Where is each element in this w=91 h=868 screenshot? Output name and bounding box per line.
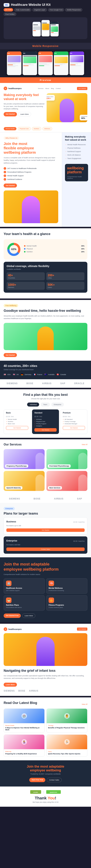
pf-line-3 — [8, 65, 13, 65]
pf-line-20 — [70, 65, 75, 65]
plan-btn-premium[interactable]: Get Started — [63, 426, 85, 430]
check-icon-2: ✓ — [4, 171, 6, 173]
enterprise-btn-2[interactable]: Contact Sales — [6, 548, 85, 551]
country-item-6: 🇨🇦 Canada — [57, 373, 66, 376]
coverage-item-2: 200+ Cities — [46, 272, 85, 280]
plan-btn-basic[interactable]: Get Started — [6, 426, 28, 430]
mock-phone-1 — [33, 22, 41, 36]
blog-image-1: 🏥 — [4, 709, 44, 723]
badge-customizable: Fully Customizable — [14, 8, 31, 11]
enterprise-heading: Plans for larger teams — [4, 512, 87, 516]
goodbye-cta-button[interactable]: Get Started — [4, 353, 17, 357]
header-title: Healthcare Website UI Kit — [11, 3, 87, 7]
pill-wellness[interactable]: Wellness — [42, 127, 52, 130]
nav-link-services[interactable]: Services — [38, 88, 43, 89]
pill-physical[interactable]: Physical Care — [18, 127, 31, 130]
pf-dot-5 — [39, 53, 40, 54]
mock-img-3 — [51, 26, 58, 32]
phone-frame-inner-1 — [7, 52, 22, 75]
right-panel-heading: Making everybody feel valued at work — [65, 135, 88, 142]
blog-card-2[interactable]: 💆 Therapy Benefits of Regular Physical T… — [47, 709, 87, 733]
blog-view-all[interactable]: View All — [82, 703, 87, 705]
footer-cta-primary[interactable]: Start Free Trial — [29, 778, 45, 782]
service-card-epworth[interactable]: Epworth Maternity — [4, 471, 44, 491]
service-card-pregnancy[interactable]: Pregnancy Physiotherapy — [4, 449, 44, 469]
countries-heading: 40 countries, 200+ cities — [4, 364, 87, 368]
pf-header-4 — [54, 52, 68, 55]
footer-cta-secondary[interactable]: Contact Sales — [47, 778, 62, 782]
mock-line-4 — [42, 23, 47, 23]
pf-line-6 — [23, 56, 36, 56]
nav-link-blog[interactable]: Blog — [51, 88, 54, 89]
blog-card-3[interactable]: 🤱 Maternity Preparing for a Healthy Birt… — [4, 735, 44, 757]
preview-label: Preview — [0, 77, 91, 83]
fc-label-satisfaction: Satisfaction — [81, 116, 87, 117]
plan-btn-standard[interactable]: Get Started — [34, 428, 57, 432]
pf-line-10 — [39, 63, 52, 63]
hero-heading: Making everybody feel valued at work — [4, 93, 44, 101]
blog-card-1[interactable]: 🏥 Mental Health 5 Ways to Improve Your M… — [4, 709, 44, 733]
plan-tab-enterprise[interactable]: Enterprise — [51, 403, 64, 406]
goodbye-section: Free Wellbeing Goodbye wasted time, hell… — [0, 300, 91, 361]
af-icon-mental: 🧠 — [49, 581, 54, 586]
grief-cta-button[interactable]: Learn More — [4, 683, 17, 687]
join-image — [4, 190, 58, 223]
blog-card-4[interactable]: 🏃 Injury Quick Recovery Tips After Sport… — [47, 735, 87, 757]
country-ca: Canada — [60, 374, 66, 375]
check-icon-1: ✓ — [4, 167, 6, 170]
grief-nav: H healthcarepro Get Started — [4, 627, 87, 631]
feature-item-3: ✓ Mental Health Support — [4, 175, 58, 177]
country-item-3: 🇩🇪 Germany — [21, 373, 31, 376]
pf-line-12 — [39, 65, 50, 65]
af-desc-4: Custom workout plans — [49, 607, 85, 608]
blog-image-3: 🤱 — [4, 735, 44, 749]
join-cta-button[interactable]: Get Started — [4, 184, 17, 188]
badge-pixel: Pixel Perfect — [4, 12, 16, 16]
svg-text:graphicriver: graphicriver — [50, 792, 57, 793]
blog-img-icon-1: 🏥 — [22, 713, 27, 719]
coverage-title: Global coverage, ultimate flexibility — [6, 265, 85, 268]
enterprise-btn-1[interactable]: Get Started — [6, 528, 85, 532]
badge-responsive: Mobile Responsive — [65, 8, 82, 11]
service-card-postnatal[interactable]: Post-Natal Physiotherapy — [47, 449, 87, 469]
grief-nav-cta[interactable]: Get Started — [77, 627, 87, 631]
feature-label-2: Personalized Wellness Programs — [7, 171, 31, 173]
pf-img-2 — [23, 57, 36, 63]
af-desc-2: Professional counseling — [49, 590, 85, 591]
hero-cta-secondary[interactable]: Learn More — [18, 112, 31, 116]
pill-mental[interactable]: Mental Health — [4, 127, 17, 130]
pf-content-2 — [23, 55, 37, 67]
hero-cta: Get Started Learn More — [4, 112, 44, 116]
check-prem-2: ✓ — [63, 421, 64, 422]
plan-features-premium: ✓ All Standard ✓ Family Coverage ✓ Dedic… — [63, 418, 85, 425]
logos-row-2: SIEMENS BOSE AIRBUS SAP — [4, 497, 87, 500]
donut-svg: 63% — [6, 242, 21, 257]
plan-feature-basic-1: ✓ Mental Health — [6, 418, 28, 420]
pf-line-1 — [8, 63, 21, 63]
right-panel-list: Mental Health Resources Physical Wellnes… — [65, 143, 88, 160]
plan-card-basic: Basic £3.50 /mo ✓ Mental Health ✓ Nutrit… — [4, 409, 31, 434]
hero-cta-primary[interactable]: Get Started — [4, 112, 17, 116]
pf-header-5 — [69, 52, 84, 55]
nav-link-about[interactable]: About — [45, 88, 49, 89]
join-section: Why Choose Us Join the most flexible emp… — [0, 132, 62, 227]
service-card-more[interactable]: More Services — [47, 471, 87, 491]
adaptable-cta-secondary[interactable]: Learn More — [22, 614, 35, 618]
adaptable-cta-primary[interactable]: Get Started Free — [4, 614, 21, 618]
nav-cta-button[interactable]: Get Started — [77, 87, 87, 90]
blog-category-3: Maternity — [5, 751, 43, 752]
plan-subtext: Choose the right plan for your team size — [4, 398, 87, 400]
goodbye-heading: Goodbye wasted time, hello hassle-free w… — [4, 309, 87, 313]
mock-phone-2 — [41, 20, 50, 36]
plan-tab-team[interactable]: Team — [40, 403, 50, 406]
nav-link-contact[interactable]: Contact — [56, 88, 61, 89]
blog-grid: 🏥 Mental Health 5 Ways to Improve Your M… — [4, 709, 87, 757]
blog-category-2: Therapy — [48, 725, 86, 726]
phone-frame-inner-4 — [54, 52, 68, 75]
af-title-4: Fitness Programs — [49, 604, 85, 606]
logo-oracle: ORACLE — [74, 382, 85, 385]
view-all-link[interactable]: View All — [82, 444, 87, 445]
check-prem-3: ✓ — [63, 423, 64, 425]
plan-tab-individual[interactable]: Individual — [27, 403, 39, 406]
pill-nutrition[interactable]: Nutrition — [32, 127, 41, 130]
